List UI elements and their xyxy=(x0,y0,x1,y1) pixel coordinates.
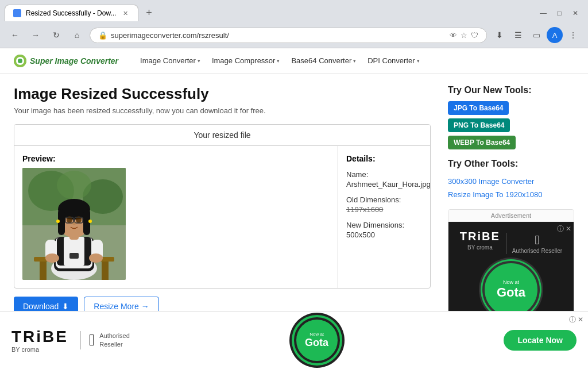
logo-icon xyxy=(14,55,26,67)
apple-icon-big:  xyxy=(89,331,95,349)
tab-close-button[interactable]: ✕ xyxy=(121,9,130,18)
svg-rect-15 xyxy=(64,237,84,266)
tab-bar: Resized Successfully - Dow... ✕ + — □ ✕ xyxy=(5,5,583,21)
webp-to-base64-badge[interactable]: WEBP To Base64 xyxy=(448,136,516,149)
cast-icon[interactable]: ▭ xyxy=(528,27,544,43)
new-dimensions-value: 500x500 xyxy=(346,230,422,239)
back-button[interactable]: ← xyxy=(7,27,23,43)
png-to-base64-badge[interactable]: PNG To Base64 xyxy=(448,118,510,132)
tool-badges: JPG To Base64 PNG To Base64 WEBP To Base… xyxy=(448,101,574,149)
page-subtext: Your image has been resized successfully… xyxy=(14,106,431,115)
svg-point-31 xyxy=(56,220,60,223)
svg-point-18 xyxy=(45,253,59,263)
svg-point-30 xyxy=(72,222,76,225)
nav-arrow-0: ▾ xyxy=(198,58,200,64)
bookmark-icon[interactable]: ☰ xyxy=(510,27,526,43)
svg-point-32 xyxy=(88,220,92,223)
address-icons: 👁 ☆ 🛡 xyxy=(450,31,478,40)
shield-icon: 🛡 xyxy=(471,31,478,40)
active-tab[interactable]: Resized Successfully - Dow... ✕ xyxy=(5,5,138,21)
address-bar[interactable]: 🔒 superimageconverter.com/rszresult/ 👁 ☆… xyxy=(90,28,487,43)
sidebar-ad-label: Advertisement xyxy=(448,210,574,222)
preview-label: Preview: xyxy=(22,154,330,163)
details-label: Details: xyxy=(346,154,422,163)
close-window-icon[interactable]: ✕ xyxy=(567,5,583,21)
svg-point-19 xyxy=(89,253,103,263)
new-dimensions-detail: New Dimensions: 500x500 xyxy=(346,221,422,239)
apple-icon:  xyxy=(535,233,539,247)
reload-button[interactable]: ↻ xyxy=(48,27,64,43)
star-icon[interactable]: ☆ xyxy=(461,31,467,40)
svg-point-2 xyxy=(18,59,22,63)
nav-image-converter[interactable]: Image Converter ▾ xyxy=(136,54,205,67)
download-icon[interactable]: ⬇ xyxy=(492,27,508,43)
file-name-detail: Name: Arshmeet_Kaur_Hora.jpg xyxy=(346,170,422,189)
download-arrow-icon: ⬇ xyxy=(62,302,69,311)
file-name-value: Arshmeet_Kaur_Hora.jpg xyxy=(346,180,422,189)
gota-circle: Now at Gota xyxy=(482,261,540,318)
new-tools-title: Try Our New Tools: xyxy=(448,85,574,95)
other-tools-title: Try Other Tools: xyxy=(448,159,574,169)
site-logo[interactable]: Super Image Converter xyxy=(14,55,118,67)
fullad-close-button[interactable]: ⓘ ✕ xyxy=(569,315,583,325)
page-heading: Image Resized Successfuly xyxy=(14,85,431,103)
locate-now-big-button[interactable]: Locate Now xyxy=(504,330,577,351)
tribe-bottom-logo: TRiBE BY croma xyxy=(11,328,68,353)
preview-image xyxy=(22,168,126,280)
jpg-to-base64-badge[interactable]: JPG To Base64 xyxy=(448,101,509,115)
maximize-icon[interactable]: □ xyxy=(551,5,567,21)
link-1920x1080[interactable]: Resize Image To 1920x1080 xyxy=(448,188,574,201)
tab-favicon xyxy=(13,9,21,17)
toolbar-icons: ⬇ ☰ ▭ A ⋮ xyxy=(492,27,581,43)
logo-text: Super Image Converter xyxy=(30,56,118,66)
tribe-logo-text: TRiBE BY croma xyxy=(460,230,500,256)
link-300x300[interactable]: 300x300 Image Converter xyxy=(448,175,574,188)
nav-image-compressor[interactable]: Image Compressor ▾ xyxy=(207,54,285,67)
user-avatar: A xyxy=(547,27,563,43)
forward-button[interactable]: → xyxy=(28,27,44,43)
apple-area:  Authorised Reseller xyxy=(80,331,130,349)
url-text: superimageconverter.com/rszresult/ xyxy=(111,31,446,40)
minimize-icon[interactable]: — xyxy=(535,5,551,21)
nav-base64-converter[interactable]: Base64 Converter ▾ xyxy=(287,54,361,67)
nav-arrow-3: ▾ xyxy=(417,58,420,64)
nav-arrow-1: ▾ xyxy=(277,58,280,64)
gota-circle-big: Now at Gota xyxy=(294,317,340,363)
sidebar-ad-close[interactable]: ⓘ ✕ xyxy=(557,224,571,234)
nav-menu: Image Converter ▾ Image Compressor ▾ Bas… xyxy=(136,54,424,67)
preview-section: Preview: xyxy=(14,146,338,288)
old-dimensions-value: 1197x1600 xyxy=(346,205,422,214)
old-dimensions-detail: Old Dimensions: 1197x1600 xyxy=(346,195,422,214)
eye-slash-icon: 👁 xyxy=(450,31,457,40)
browser-chrome: Resized Successfully - Dow... ✕ + — □ ✕ … xyxy=(0,0,588,48)
bottom-fullad: TRiBE BY croma  Authorised Reseller Now… xyxy=(0,311,588,369)
home-button[interactable]: ⌂ xyxy=(69,27,85,43)
svg-rect-33 xyxy=(69,253,79,259)
new-tab-button[interactable]: + xyxy=(141,5,157,21)
svg-rect-10 xyxy=(102,262,109,280)
svg-point-7 xyxy=(57,171,91,199)
details-section: Details: Name: Arshmeet_Kaur_Hora.jpg Ol… xyxy=(338,146,430,288)
resized-box-header: Your resized file xyxy=(14,125,430,146)
nav-arrow-2: ▾ xyxy=(353,58,356,64)
authorised-reseller-text: Authorised Reseller xyxy=(99,332,130,349)
svg-rect-9 xyxy=(40,262,47,280)
address-bar-row: ← → ↻ ⌂ 🔒 superimageconverter.com/rszres… xyxy=(5,25,583,48)
nav-dpi-converter[interactable]: DPI Converter ▾ xyxy=(363,54,424,67)
authorised-text: Authorised Reseller xyxy=(512,248,562,254)
tab-title: Resized Successfully - Dow... xyxy=(26,9,116,17)
site-nav: Super Image Converter Image Converter ▾ … xyxy=(0,48,588,74)
resized-file-box: Your resized file Preview: xyxy=(14,124,431,289)
profile-icon[interactable]: A xyxy=(547,27,563,43)
resized-box-body: Preview: xyxy=(14,146,430,288)
menu-icon[interactable]: ⋮ xyxy=(565,27,581,43)
